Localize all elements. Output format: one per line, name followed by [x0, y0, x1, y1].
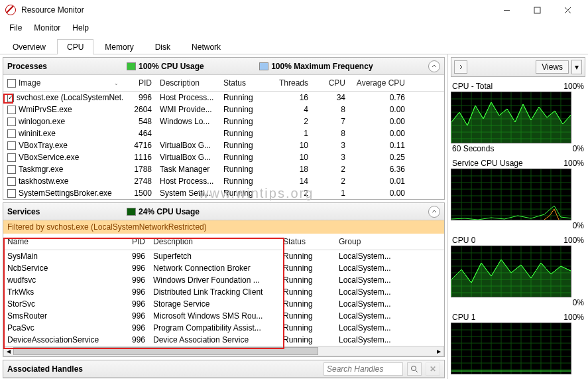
- window-title: Resource Monitor: [21, 5, 491, 15]
- horizontal-scrollbar[interactable]: ◂ ▸: [3, 346, 444, 356]
- col-image[interactable]: Image: [19, 78, 40, 88]
- col-cpu[interactable]: CPU: [312, 76, 349, 90]
- chart-canvas: [451, 169, 571, 220]
- tab-network[interactable]: Network: [182, 39, 231, 54]
- chart-max: 100%: [563, 236, 584, 245]
- services-rows[interactable]: SysMain996SuperfetchRunningLocalSystem..…: [3, 250, 444, 346]
- processes-header[interactable]: Processes 100% CPU Usage 100% Maximum Fr…: [3, 58, 444, 75]
- svc-usage-label: 24% CPU Usage: [139, 207, 200, 216]
- chart-title: Service CPU Usage: [452, 159, 523, 168]
- table-row[interactable]: taskhostw.exe2748Host Process...Running1…: [3, 175, 444, 187]
- row-checkbox[interactable]: [7, 153, 16, 162]
- collapse-services-button[interactable]: [428, 206, 440, 218]
- scroll-left-arrow[interactable]: ◂: [4, 346, 13, 356]
- table-row[interactable]: VBoxService.exe1116VirtualBox G...Runnin…: [3, 151, 444, 163]
- max-freq-swatch: [259, 62, 268, 70]
- charts-nav-button[interactable]: [454, 60, 467, 74]
- search-button[interactable]: [407, 362, 422, 376]
- menu-help[interactable]: Help: [67, 21, 94, 35]
- chart-canvas: [451, 92, 571, 143]
- table-row[interactable]: SysMain996SuperfetchRunningLocalSystem..…: [3, 250, 444, 262]
- col-description[interactable]: Description: [156, 76, 219, 90]
- col-status[interactable]: Status: [219, 76, 271, 90]
- chart-foot-right: 0%: [573, 298, 584, 307]
- svg-rect-1: [534, 7, 540, 13]
- max-freq-label: 100% Maximum Frequency: [271, 62, 373, 71]
- table-row[interactable]: svchost.exe (LocalSystemNet...996Host Pr…: [3, 92, 444, 104]
- tab-cpu[interactable]: CPU: [57, 39, 93, 54]
- col-svc-name[interactable]: Name: [3, 235, 119, 248]
- processes-panel: Processes 100% CPU Usage 100% Maximum Fr…: [3, 57, 445, 200]
- collapse-processes-button[interactable]: [428, 60, 440, 72]
- table-row[interactable]: winlogon.exe548Windows Lo...Running270.0…: [3, 115, 444, 127]
- menubar: File Monitor Help: [0, 20, 588, 36]
- services-panel: Services 24% CPU Usage Filtered by svcho…: [3, 202, 445, 357]
- table-row[interactable]: wininit.exe464Running180.00: [3, 127, 444, 139]
- scroll-right-arrow[interactable]: ▸: [434, 346, 443, 356]
- col-svc-status[interactable]: Status: [279, 235, 335, 248]
- minimize-button[interactable]: [491, 0, 522, 20]
- row-checkbox[interactable]: [7, 189, 16, 198]
- maximize-button[interactable]: [522, 0, 552, 20]
- chart-block: CPU 1100%: [451, 312, 585, 376]
- row-checkbox[interactable]: [7, 165, 16, 174]
- row-checkbox[interactable]: [7, 129, 16, 138]
- table-row[interactable]: TrkWks996Distributed Link Tracking Clien…: [3, 286, 444, 298]
- table-row[interactable]: wudfsvc996Windows Driver Foundation ...R…: [3, 274, 444, 286]
- table-row[interactable]: DeviceAssociationService996Device Associ…: [3, 334, 444, 346]
- tab-memory[interactable]: Memory: [95, 39, 143, 54]
- row-checkbox[interactable]: [7, 94, 14, 102]
- chart-canvas: [451, 323, 571, 374]
- row-checkbox[interactable]: [7, 106, 16, 114]
- search-clear-button[interactable]: ✕: [426, 362, 440, 376]
- menu-file[interactable]: File: [4, 21, 27, 35]
- processes-rows[interactable]: svchost.exe (LocalSystemNet...996Host Pr…: [3, 92, 444, 199]
- row-checkbox[interactable]: [7, 141, 16, 150]
- table-row[interactable]: Taskmgr.exe1788Task ManagerRunning1826.3…: [3, 163, 444, 175]
- col-svc-group[interactable]: Group: [335, 235, 401, 248]
- col-pid[interactable]: PID: [123, 76, 156, 90]
- row-checkbox[interactable]: [7, 177, 16, 186]
- chart-block: CPU - Total100%60 Seconds0%: [451, 81, 585, 154]
- col-svc-desc[interactable]: Description: [149, 235, 279, 248]
- table-row[interactable]: VBoxTray.exe4716VirtualBox G...Running10…: [3, 139, 444, 151]
- chart-block: Service CPU Usage100%0%: [451, 158, 585, 231]
- svc-usage-swatch: [127, 208, 136, 216]
- col-threads[interactable]: Threads: [271, 76, 312, 90]
- chart-block: CPU 0100%0%: [451, 235, 585, 308]
- table-row[interactable]: SmsRouter996Microsoft Windows SMS Rou...…: [3, 310, 444, 322]
- chart-max: 100%: [563, 82, 584, 91]
- views-button[interactable]: Views: [536, 60, 569, 74]
- table-row[interactable]: NcbService996Network Connection BrokerRu…: [3, 262, 444, 274]
- scroll-thumb[interactable]: [13, 347, 318, 355]
- table-row[interactable]: PcaSvc996Program Compatibility Assist...…: [3, 322, 444, 334]
- row-checkbox[interactable]: [7, 117, 16, 126]
- menu-monitor[interactable]: Monitor: [29, 21, 66, 35]
- processes-title: Processes: [7, 62, 127, 71]
- cpu-usage-label: 100% CPU Usage: [139, 62, 204, 71]
- col-svc-pid[interactable]: PID: [119, 235, 149, 248]
- tab-overview[interactable]: Overview: [3, 39, 56, 54]
- table-row[interactable]: SystemSettingsBroker.exe1500System Setti…: [3, 187, 444, 199]
- chart-foot-right: 0%: [573, 221, 584, 230]
- services-columns: Name PID Description Status Group: [3, 234, 444, 250]
- cpu-usage-swatch: [127, 62, 136, 70]
- select-all-checkbox[interactable]: [7, 79, 16, 88]
- handles-panel: Associated Handles ✕: [3, 360, 445, 378]
- chart-foot-left: 60 Seconds: [452, 144, 494, 153]
- handles-header[interactable]: Associated Handles ✕: [3, 360, 444, 378]
- col-avgcpu[interactable]: Average CPU: [349, 76, 409, 90]
- services-title: Services: [7, 207, 127, 216]
- table-row[interactable]: WmiPrvSE.exe2604WMI Provide...Running480…: [3, 104, 444, 115]
- chart-max: 100%: [563, 313, 584, 322]
- table-row[interactable]: StorSvc996Storage ServiceRunningLocalSys…: [3, 298, 444, 310]
- tab-disk[interactable]: Disk: [145, 39, 180, 54]
- close-button[interactable]: [552, 0, 583, 20]
- chart-foot-right: 0%: [573, 144, 584, 153]
- views-dropdown-button[interactable]: ▾: [571, 60, 582, 74]
- services-header[interactable]: Services 24% CPU Usage: [3, 203, 444, 220]
- search-handles-input[interactable]: [323, 362, 403, 376]
- svg-line-5: [416, 370, 418, 372]
- tab-strip: Overview CPU Memory Disk Network: [0, 36, 588, 54]
- svg-point-4: [412, 366, 416, 370]
